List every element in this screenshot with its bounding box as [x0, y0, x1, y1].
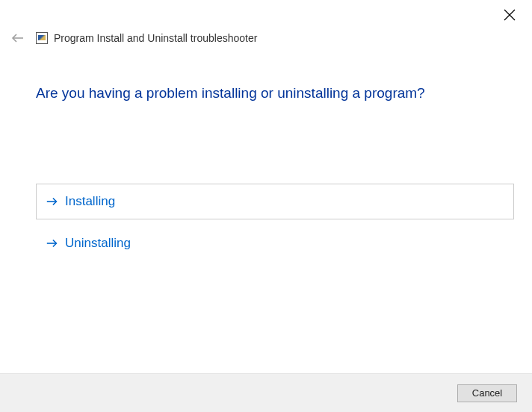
option-uninstalling[interactable]: Uninstalling — [36, 225, 514, 261]
question-heading: Are you having a problem installing or u… — [36, 85, 516, 102]
app-icon — [36, 32, 48, 44]
arrow-right-icon — [46, 195, 59, 208]
main-content: Are you having a problem installing or u… — [0, 49, 532, 261]
arrow-right-icon — [46, 237, 59, 250]
option-installing[interactable]: Installing — [36, 184, 514, 219]
close-icon — [504, 9, 516, 21]
footer: Cancel — [0, 373, 532, 412]
option-label: Uninstalling — [65, 236, 131, 251]
titlebar — [0, 0, 532, 27]
back-arrow-icon — [10, 31, 25, 46]
close-button[interactable] — [504, 9, 516, 21]
option-label: Installing — [65, 194, 115, 209]
cancel-button[interactable]: Cancel — [457, 384, 517, 402]
back-button — [10, 31, 25, 46]
app-title: Program Install and Uninstall troublesho… — [54, 32, 257, 44]
header-row: Program Install and Uninstall troublesho… — [0, 27, 532, 49]
